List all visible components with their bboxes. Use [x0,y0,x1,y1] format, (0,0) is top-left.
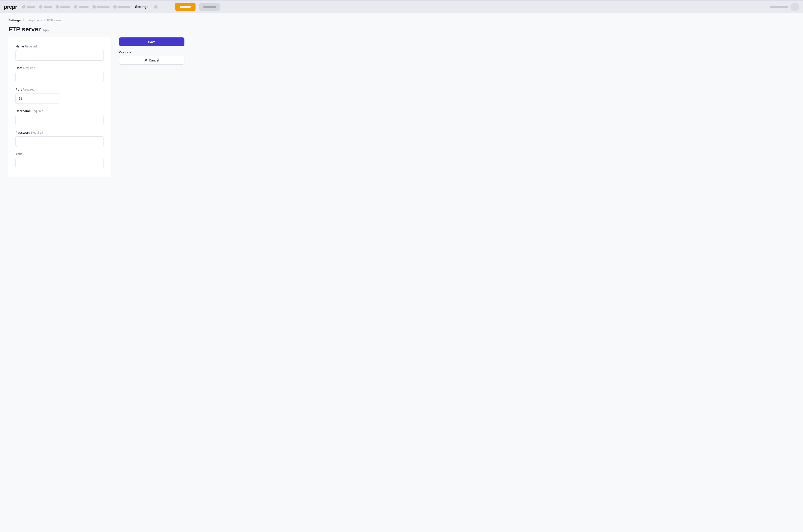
port-input[interactable] [16,93,59,104]
placeholder-bar [203,6,216,8]
chevron-right-icon [44,19,45,22]
port-label: PortRequired [16,88,104,91]
brand-logo[interactable]: prepr [4,4,17,10]
nav-item-placeholder[interactable] [56,5,70,8]
name-input[interactable] [16,50,104,61]
save-button[interactable]: Save [119,37,185,46]
nav-item-placeholder[interactable] [92,5,110,8]
avatar[interactable] [790,2,799,11]
breadcrumb-leaf: FTP server [47,18,63,22]
cancel-button[interactable]: Cancel [119,56,185,64]
placeholder-bar [180,6,191,8]
breadcrumb-root[interactable]: Settings [8,18,21,22]
nav-item-placeholder[interactable] [113,5,131,8]
nav-settings[interactable]: Settings [135,5,148,9]
header-secondary-button[interactable] [199,3,220,11]
side-column: Save Options Cancel [119,37,185,64]
close-icon [145,59,147,62]
path-label: Path [16,152,104,156]
nav-item-placeholder[interactable] [74,5,89,8]
name-label: NameRequired [16,44,104,48]
page-subtitle: App [43,28,49,32]
username-label: UsernameRequired [16,109,104,113]
nav-item-placeholder[interactable] [22,5,35,8]
breadcrumb: Settings Integrations FTP server [8,18,795,22]
nav-item-placeholder[interactable] [39,5,52,8]
host-label: HostRequired [16,66,104,70]
chevron-right-icon [22,19,24,22]
page-title: FTP server [8,26,41,33]
path-input[interactable] [16,158,104,168]
breadcrumb-mid[interactable]: Integrations [26,18,42,22]
password-input[interactable] [16,136,104,147]
page-title-row: FTP server App [8,26,795,33]
options-heading: Options [119,51,185,54]
header-primary-button[interactable] [175,3,195,11]
username-input[interactable] [16,115,104,125]
form-card: NameRequired HostRequired PortRequired U… [8,37,111,177]
placeholder-bar [770,6,788,8]
app-header: prepr Settings [0,0,803,13]
password-label: PasswordRequired [16,131,104,134]
header-right-group [770,2,799,11]
page-body: Settings Integrations FTP server FTP ser… [0,13,803,189]
nav-item-placeholder[interactable] [154,5,157,8]
host-input[interactable] [16,72,104,82]
